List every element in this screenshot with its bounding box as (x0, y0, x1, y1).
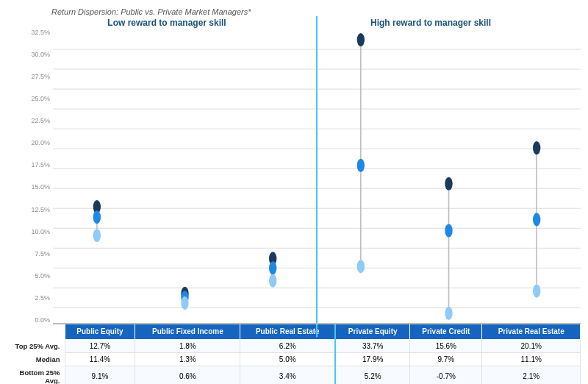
svg-point-34 (445, 307, 452, 320)
table-cell: 17.9% (335, 353, 409, 366)
table-cell: 20.1% (482, 340, 581, 353)
table-cell: 5.2% (335, 366, 409, 385)
chart-container: Return Dispersion: Public vs. Private Ma… (0, 0, 588, 384)
row-label: Median (7, 353, 65, 366)
svg-point-36 (533, 141, 540, 154)
table-cell: 12.7% (65, 340, 135, 353)
table-cell: 1.8% (135, 340, 240, 353)
table-cell: 33.7% (335, 340, 409, 353)
table-cell: 3.4% (240, 366, 335, 385)
row-label: Bottom 25% Avg. (7, 366, 65, 385)
region-labels: Low reward to manager skill High reward … (7, 18, 581, 28)
svg-point-38 (533, 285, 540, 298)
col-header-public-real-estate: Public Real Estate (240, 324, 335, 340)
col-header-private-credit: Private Credit (410, 324, 482, 340)
table-row: Top 25% Avg.12.7%1.8%6.2%33.7%15.6%20.1% (7, 340, 581, 353)
svg-point-28 (357, 33, 365, 46)
y-tick: 7.5% (35, 251, 50, 257)
y-tick: 10.0% (31, 229, 50, 235)
table-cell: 9.1% (65, 366, 135, 385)
y-axis: 32.5%30.0%27.5%25.0%22.5%20.0%17.5%15.0%… (7, 29, 53, 324)
y-tick: 12.5% (31, 207, 50, 213)
table-cell: 0.6% (135, 366, 240, 385)
table-cell: 5.0% (240, 353, 335, 366)
svg-point-32 (445, 177, 452, 191)
y-tick: 25.0% (31, 96, 50, 102)
col-header-private-equity: Private Equity (335, 324, 409, 340)
svg-point-25 (269, 261, 276, 274)
col-header-private-real-estate: Private Real Estate (482, 324, 581, 340)
table-cell: 2.1% (482, 366, 581, 385)
plot-wrapper: 32.5%30.0%27.5%25.0%22.5%20.0%17.5%15.0%… (7, 29, 581, 324)
region-low-label: Low reward to manager skill (53, 18, 281, 28)
svg-point-18 (93, 229, 101, 242)
y-tick: 0.0% (35, 317, 50, 324)
y-tick: 2.5% (35, 295, 50, 302)
svg-point-17 (93, 210, 101, 224)
svg-point-30 (357, 260, 365, 273)
y-tick: 27.5% (31, 74, 50, 80)
y-tick: 32.5% (31, 29, 50, 36)
plot-area (53, 29, 581, 324)
y-tick: 5.0% (35, 273, 50, 280)
table-cell: 11.4% (65, 353, 135, 366)
svg-point-29 (357, 159, 365, 172)
svg-point-37 (533, 213, 540, 226)
chart-area: Low reward to manager skill High reward … (7, 18, 581, 384)
y-tick: 20.0% (31, 140, 50, 146)
y-tick: 30.0% (31, 51, 50, 58)
table-row: Bottom 25% Avg.9.1%0.6%3.4%5.2%-0.7%2.1% (7, 366, 581, 385)
region-high-label: High reward to manager skill (281, 18, 581, 28)
table-row: Median11.4%1.3%5.0%17.9%9.7%11.1% (7, 353, 581, 366)
svg-point-22 (181, 296, 188, 310)
table-cell: 15.6% (410, 340, 482, 353)
data-table-wrapper: Public EquityPublic Fixed IncomePublic R… (7, 324, 581, 384)
y-tick: 17.5% (31, 162, 50, 168)
chart-svg (53, 29, 581, 324)
data-table: Public EquityPublic Fixed IncomePublic R… (7, 324, 581, 384)
col-header-public-equity: Public Equity (65, 324, 135, 340)
y-tick: 22.5% (31, 118, 50, 124)
table-cell: -0.7% (410, 366, 482, 385)
table-label-header (7, 324, 65, 340)
svg-point-33 (445, 224, 452, 237)
row-label: Top 25% Avg. (7, 340, 65, 353)
y-tick: 15.0% (31, 184, 50, 191)
table-cell: 11.1% (482, 353, 581, 366)
table-cell: 9.7% (410, 353, 482, 366)
svg-point-26 (269, 274, 276, 288)
chart-title: Return Dispersion: Public vs. Private Ma… (7, 7, 581, 16)
col-header-public-fixed-income: Public Fixed Income (135, 324, 240, 340)
table-cell: 1.3% (135, 353, 240, 366)
table-cell: 6.2% (240, 340, 335, 353)
